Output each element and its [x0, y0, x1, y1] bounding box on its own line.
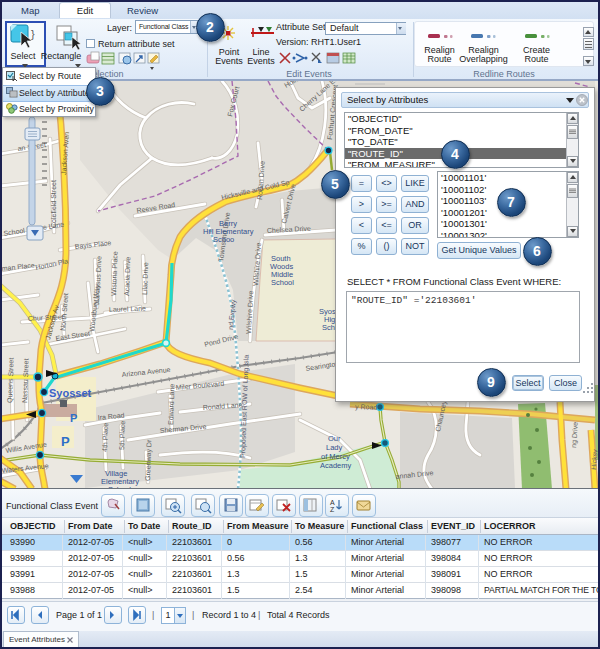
svg-text:Z: Z [330, 506, 335, 513]
svg-text:P: P [61, 434, 70, 449]
svg-text:Our: Our [328, 434, 341, 443]
svg-text:Edward Lane: Edward Lane [167, 383, 175, 425]
svg-text:School: School [271, 278, 294, 287]
svg-text:Academy: Academy [320, 461, 352, 470]
svg-text:Syosset: Syosset [49, 387, 92, 399]
svg-text:Lady: Lady [326, 443, 343, 452]
svg-text:of Mercy: of Mercy [321, 452, 350, 461]
svg-text:Lilac Drive: Lilac Drive [141, 262, 149, 295]
svg-text:4th Place: 4th Place [101, 423, 109, 453]
svg-text:}: } [31, 28, 35, 40]
svg-text:P: P [70, 412, 77, 424]
svg-text:Acacia Drive: Acacia Drive [123, 256, 131, 296]
svg-text:5th Place: 5th Place [118, 421, 126, 451]
svg-text:Sch: Sch [322, 323, 335, 332]
svg-text:Laurel Lane: Laurel Lane [109, 305, 146, 313]
svg-text:A: A [330, 499, 335, 506]
svg-text:Schoo: Schoo [213, 235, 234, 244]
svg-text:Hicksv: Hicksv [590, 449, 598, 471]
